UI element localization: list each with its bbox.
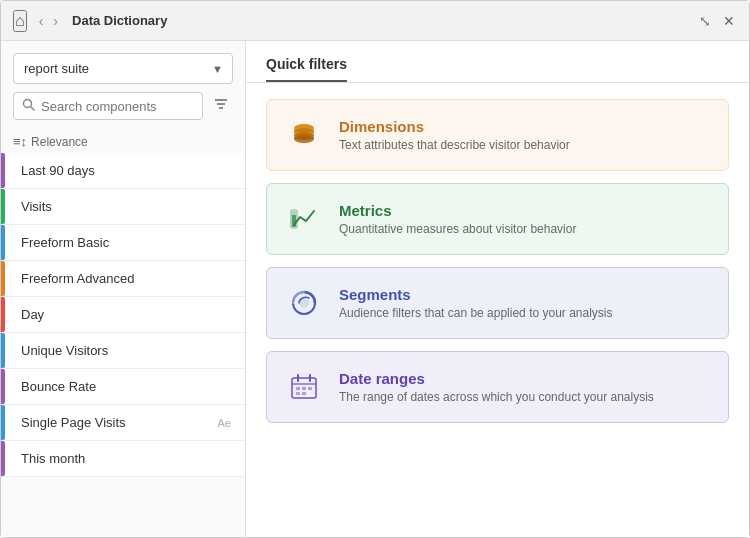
card-title: Date ranges [339, 370, 654, 387]
card-segments-icon [285, 284, 323, 322]
card-dimensions[interactable]: Dimensions Text attributes that describe… [266, 99, 729, 171]
window-title: Data Dictionary [72, 13, 697, 28]
item-color-bar [1, 441, 5, 476]
svg-rect-22 [302, 387, 306, 390]
item-label: Bounce Rate [15, 379, 231, 394]
item-color-bar [1, 297, 5, 332]
card-description: Text attributes that describe visitor be… [339, 138, 570, 152]
item-label: Day [15, 307, 231, 322]
sidebar: report suite project ▼ [1, 41, 246, 537]
card-text: Metrics Quantitative measures about visi… [339, 202, 576, 236]
search-input[interactable] [41, 99, 194, 114]
close-button[interactable]: ✕ [721, 11, 737, 31]
quick-filters-header: Quick filters [246, 41, 749, 82]
card-dimensions-icon [285, 116, 323, 154]
quick-filters-title: Quick filters [266, 56, 347, 82]
sort-row: ≡↕ Relevance [1, 128, 245, 153]
card-metrics[interactable]: Metrics Quantitative measures about visi… [266, 183, 729, 255]
card-text: Dimensions Text attributes that describe… [339, 118, 570, 152]
sort-icon: ≡↕ [13, 134, 27, 149]
app-window: ⌂ ‹ › Data Dictionary ⤡ ✕ report suite p… [0, 0, 750, 538]
card-description: The range of dates across which you cond… [339, 390, 654, 404]
sidebar-item-unique-visitors[interactable]: Unique Visitors [1, 333, 245, 369]
item-label: Visits [15, 199, 231, 214]
card-date-ranges[interactable]: Date ranges The range of dates across wh… [266, 351, 729, 423]
search-icon [22, 98, 35, 114]
report-suite-dropdown[interactable]: report suite project ▼ [13, 53, 233, 84]
card-title: Dimensions [339, 118, 570, 135]
card-segments[interactable]: Segments Audience filters that can be ap… [266, 267, 729, 339]
svg-rect-25 [302, 392, 306, 395]
back-button[interactable]: ‹ [35, 11, 48, 31]
window-actions: ⤡ ✕ [697, 11, 737, 31]
item-label: This month [15, 451, 231, 466]
main-content: report suite project ▼ [1, 41, 749, 537]
card-title: Metrics [339, 202, 576, 219]
sidebar-item-freeform-advanced[interactable]: Freeform Advanced [1, 261, 245, 297]
card-description: Audience filters that can be applied to … [339, 306, 613, 320]
sidebar-controls: report suite project ▼ [1, 41, 245, 128]
home-button[interactable]: ⌂ [13, 10, 27, 32]
search-row [13, 92, 233, 120]
item-color-bar [1, 405, 5, 440]
svg-line-1 [31, 107, 35, 111]
item-badge: Ae [218, 417, 231, 429]
report-suite-select[interactable]: report suite project [13, 53, 233, 84]
item-color-bar [1, 153, 5, 188]
card-text: Segments Audience filters that can be ap… [339, 286, 613, 320]
item-label: Single Page Visits [15, 415, 218, 430]
card-metrics-icon [285, 200, 323, 238]
item-color-bar [1, 225, 5, 260]
nav-buttons: ‹ › [35, 11, 62, 31]
sidebar-item-freeform-basic[interactable]: Freeform Basic [1, 225, 245, 261]
right-panel: Quick filters Dimensions Text attributes… [246, 41, 749, 537]
sidebar-item-visits[interactable]: Visits [1, 189, 245, 225]
item-color-bar [1, 189, 5, 224]
svg-rect-21 [296, 387, 300, 390]
item-label: Freeform Basic [15, 235, 231, 250]
sidebar-item-single-page-visits[interactable]: Single Page Visits Ae [1, 405, 245, 441]
sidebar-list: Last 90 days Visits Freeform Basic Freef… [1, 153, 245, 537]
sidebar-item-last-90-days[interactable]: Last 90 days [1, 153, 245, 189]
item-color-bar [1, 261, 5, 296]
sidebar-item-this-month[interactable]: This month [1, 441, 245, 477]
card-description: Quantitative measures about visitor beha… [339, 222, 576, 236]
sidebar-item-day[interactable]: Day [1, 297, 245, 333]
filter-button[interactable] [209, 92, 233, 120]
search-box [13, 92, 203, 120]
titlebar: ⌂ ‹ › Data Dictionary ⤡ ✕ [1, 1, 749, 41]
item-color-bar [1, 333, 5, 368]
item-color-bar [1, 369, 5, 404]
forward-button[interactable]: › [49, 11, 62, 31]
collapse-button[interactable]: ⤡ [697, 11, 713, 31]
card-title: Segments [339, 286, 613, 303]
svg-point-11 [294, 135, 314, 143]
item-label: Unique Visitors [15, 343, 231, 358]
item-label: Freeform Advanced [15, 271, 231, 286]
svg-rect-23 [308, 387, 312, 390]
sidebar-item-bounce-rate[interactable]: Bounce Rate [1, 369, 245, 405]
svg-rect-24 [296, 392, 300, 395]
card-text: Date ranges The range of dates across wh… [339, 370, 654, 404]
sort-label: Relevance [31, 135, 88, 149]
cards-container: Dimensions Text attributes that describe… [246, 83, 749, 537]
card-dateranges-icon [285, 368, 323, 406]
item-label: Last 90 days [15, 163, 231, 178]
